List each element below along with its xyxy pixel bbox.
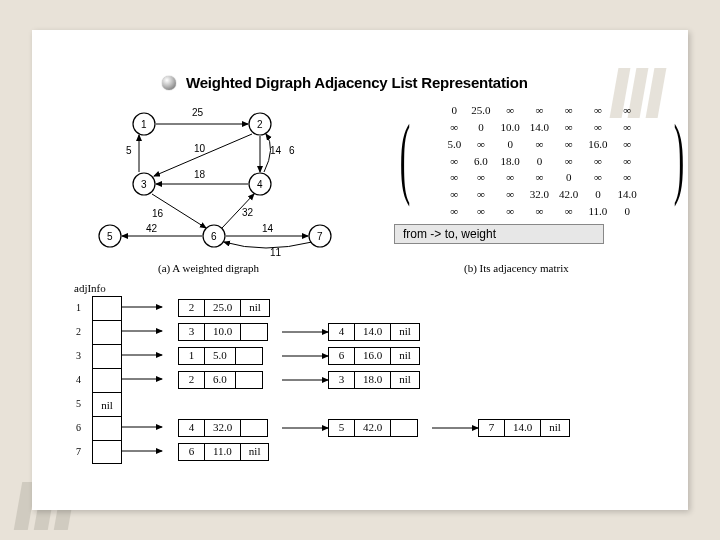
svg-text:5: 5: [107, 231, 113, 242]
svg-text:2: 2: [257, 119, 263, 130]
svg-text:18: 18: [194, 169, 206, 180]
svg-text:14: 14: [270, 145, 282, 156]
svg-text:42: 42: [146, 223, 158, 234]
slide-frame: Weighted Digraph Adjacency List Represen…: [32, 30, 688, 510]
svg-text:5: 5: [126, 145, 132, 156]
svg-text:16: 16: [152, 208, 164, 219]
paren-right-icon: ): [674, 96, 684, 218]
caption-a: (a) A weighted digraph: [158, 262, 259, 274]
svg-text:14: 14: [262, 223, 274, 234]
paren-left-icon: (: [400, 96, 410, 218]
title-row: Weighted Digraph Adjacency List Represen…: [162, 74, 528, 91]
from-to-weight-label: from -> to, weight: [394, 224, 604, 244]
svg-text:4: 4: [257, 179, 263, 190]
adjacency-list: adjInfo nil 1225.0nil2310.0414.0nil315.0…: [72, 288, 712, 528]
slide-title: Weighted Digraph Adjacency List Represen…: [186, 74, 528, 91]
svg-text:32: 32: [242, 207, 254, 218]
svg-text:3: 3: [141, 179, 147, 190]
svg-text:25: 25: [192, 107, 204, 118]
adjacency-matrix: ( ) 025.0∞∞∞∞∞∞010.014.0∞∞∞5.0∞0∞∞16.0∞∞…: [402, 96, 682, 220]
bullet-icon: [162, 76, 176, 90]
list-node: 611.0nil: [178, 443, 269, 461]
svg-text:7: 7: [317, 231, 323, 242]
svg-text:10: 10: [194, 143, 206, 154]
svg-text:6: 6: [289, 145, 295, 156]
svg-text:1: 1: [141, 119, 147, 130]
svg-text:11: 11: [270, 247, 282, 258]
caption-b: (b) Its adjacency matrix: [464, 262, 569, 274]
weighted-digraph: 1 2 3 4 5 6 7 25 10 14 6 5 16 18 32 42 1…: [84, 102, 374, 270]
svg-text:6: 6: [211, 231, 217, 242]
